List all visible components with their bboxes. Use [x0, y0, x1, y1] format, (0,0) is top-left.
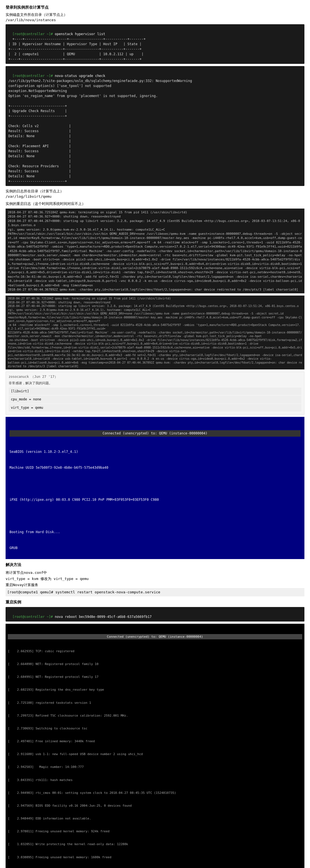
kernel-log-block: Connected (unencrypted) to: QEMU (instan…	[6, 624, 304, 868]
terminal-cmd-1: openstack hypervisor list	[55, 32, 105, 36]
klog-14: [ 2.948449] EDD information not availabl…	[8, 816, 302, 820]
heading-log-dir: 实例的日志所在目录（计算节点上）	[6, 189, 304, 194]
solution-line1: virt_type = kvm 修改为 virt_type = qemu	[6, 576, 304, 582]
klog-11: [ 3.043391] rtk111: hash matches	[8, 778, 302, 782]
terminal-cmd-2: nova-status upgrade check	[55, 74, 105, 78]
path-libvirt: /var/log/libvirt/qemu	[6, 194, 304, 198]
klog-6: [ 7.299723] Refined TSC clocksource cali…	[8, 714, 302, 718]
heading-disk-dir: 实例磁盘文件所在目录（计算节点上）	[6, 12, 304, 17]
comment-code-2: cpu_mode = none	[9, 396, 301, 403]
terminal-prompt-3: [root@controller ~]#	[12, 615, 55, 619]
log-line-4: rg), qemu version: 2.9.0(qemu-kvm-ev-2.9…	[8, 228, 165, 231]
heading-restart-instance: 重启实例	[6, 600, 304, 605]
log-line-3: 2018-04-27 07:40:44.267+0000: starting u…	[8, 219, 300, 227]
klog-4: [ 2.602193] Registering the dns_resolver…	[8, 688, 302, 692]
heading-login: 登录到实例所在计算节点	[6, 5, 304, 10]
klog-1: [ 2.662935] TCP: cubic registered	[8, 649, 302, 653]
boot-screen: Connected (unencrypted) to: QEMU (instan…	[6, 417, 304, 559]
klog-3: [ 2.684991] NET: Registered protocol fam…	[8, 675, 302, 679]
boot-bios-line: SeaBIOS (version 1.10.2-3.el7_4.1)	[9, 449, 301, 455]
klog-7: [ 2.730693] Switching to clocksource tsc	[8, 726, 302, 731]
solution-line2: 重启Novay计算服务	[6, 582, 304, 588]
boot-empty-2	[9, 513, 301, 519]
boot-screen-header: Connected (unencrypted) to: QEMU (instan…	[9, 430, 301, 437]
boot-empty-1	[9, 481, 301, 487]
terminal-prompt-2: [root@controller ~]#	[12, 74, 55, 78]
boot-uuid-line: Machine UUID 5e7b00f3-92e8-4b8e-b6f5-575…	[9, 465, 301, 470]
log-line-6: 2018-04-27 07:40:44.367892Z qemu-kvm: -c…	[8, 288, 298, 291]
boot-ipxe-line: iPXE (http://ipxe.org) 00:03.0 C980 PCI2…	[9, 497, 301, 502]
path-instances: /var/lib/nova/instances	[6, 18, 304, 22]
klog-10: [ 2.942503] Magic number: 14:100:777	[8, 765, 302, 769]
klog-2: [ 2.664890] NET: Registered protocol fam…	[8, 662, 302, 666]
restart-log-block: 2018-04-27 07:40:36.725184Z qemu-kvm: te…	[6, 209, 304, 293]
klog-8: [ 2.497401] Free inlined memory: 3440k f…	[8, 739, 302, 743]
log-line-5: PATH=/usr/local/sbin:/usr/local/bin:/usr…	[8, 232, 304, 287]
klog-5: [ 2.725108] registered taskstats version…	[8, 701, 302, 705]
klog-17: [ 3.038095] Freeing unused kernel memory…	[8, 855, 302, 859]
dense-log-block: 2018-04-27 07:40:36.725184Z qemu-kvm: te…	[6, 296, 304, 369]
comment-block: zosocanuck （Jun 27 '17） 非常感谢，解决了我的问题。 [l…	[6, 372, 304, 414]
heading-solution: 解决方法	[6, 562, 304, 567]
comment-code-3: virt_type = qemu	[9, 404, 301, 411]
nova-status-output: /usr/lib/python2.7/site-packages/oslo_db…	[8, 79, 192, 183]
log-line-1: 2018-04-27 07:40:36.725184Z qemu-kvm: te…	[8, 211, 187, 214]
kernel-log-header: Connected (unencrypted) to: QEMU (instan…	[8, 634, 302, 639]
klog-13: [ 2.947569] BIOS EDD facility v0.16 2004…	[8, 804, 302, 808]
comment-text: 非常感谢，解决了我的问题。	[9, 381, 301, 386]
klog-9: [ 2.911680] usb 1-1: new full-speed USB …	[8, 752, 302, 756]
boot-hdd-line: Booting from Hard Disk...	[9, 529, 301, 535]
comment-code-1: [libvirt]	[9, 388, 301, 395]
klog-15: [ 2.978011] Freeing unused kernel memory…	[8, 829, 302, 833]
klog-16: [ 1.032051] Write protecting the kernel …	[8, 842, 302, 846]
solution-cmd: [root@compute1 qemu]# systemctl restart …	[6, 588, 304, 596]
terminal-cmd-3: nova reboot bec59d8e-0099-45cf-a6b8-637a…	[55, 615, 152, 619]
boot-grub-line: GRUB	[9, 546, 301, 551]
solution-desc: 将计算节点nova.conf中	[6, 570, 304, 576]
terminal-nova-status: [root@controller ~]# nova-status upgrade…	[6, 66, 304, 186]
solution-block: 将计算节点nova.conf中 virt_type = kvm 修改为 virt…	[6, 570, 304, 596]
terminal-table-1: +----+---------------------+------------…	[8, 37, 145, 61]
terminal-hypervisor-list: [root@controller ~]# openstack hyperviso…	[6, 24, 304, 64]
klog-12: [ 2.944903] rtc_cmos 00:01: setting syst…	[8, 791, 302, 795]
terminal-nova-reboot: [root@controller ~]# nova reboot bec59d8…	[6, 607, 304, 621]
terminal-prompt-1: [root@controller ~]#	[12, 32, 55, 36]
heading-restart-log: 实例的重启日志（这个时间同系统时间对应不上）	[6, 201, 304, 206]
log-line-2: 2018-04-27 07:40:36.927+0000: shutting d…	[8, 215, 121, 218]
comment-author: zosocanuck （Jun 27 '17）	[9, 374, 301, 379]
